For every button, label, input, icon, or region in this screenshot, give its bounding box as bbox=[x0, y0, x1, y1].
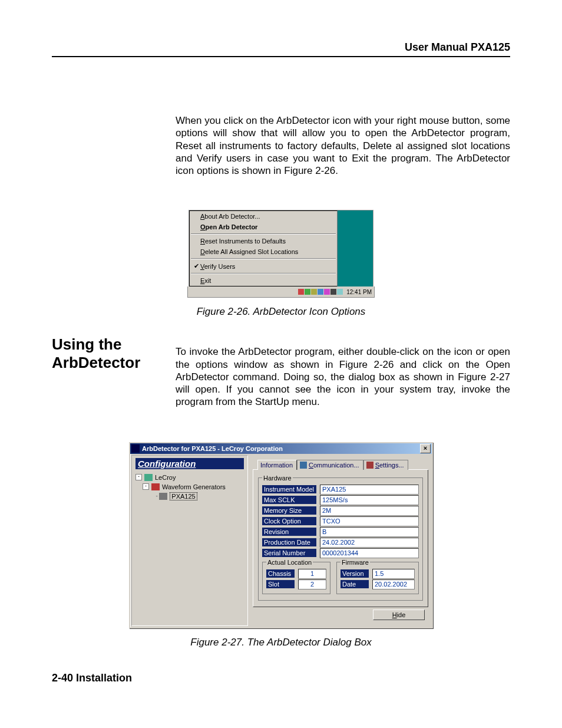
hide-button[interactable]: Hide bbox=[373, 610, 425, 620]
field-label: Serial Number bbox=[262, 549, 316, 557]
menu-item[interactable]: Exit bbox=[190, 275, 337, 286]
page-footer: 2-40 Installation bbox=[52, 672, 510, 684]
tab-communication[interactable]: Communication... bbox=[297, 460, 363, 470]
location-row: Chassis1 bbox=[266, 569, 326, 579]
arbdetector-dialog: ArbDetector for PXA125 - LeCroy Corporat… bbox=[129, 442, 433, 628]
header-rule bbox=[52, 56, 510, 57]
tree-label-group: Waveform Generators bbox=[162, 483, 226, 490]
device-icon bbox=[159, 493, 167, 500]
menu-item[interactable]: About Arb Detector... bbox=[190, 211, 337, 222]
field-label: Memory Size bbox=[262, 506, 316, 515]
field-value: 24.02.2002 bbox=[320, 538, 419, 548]
intro-paragraph: When you click on the ArbDetector icon w… bbox=[176, 114, 510, 177]
hardware-row: Production Date24.02.2002 bbox=[262, 538, 419, 548]
tab-label: Information bbox=[260, 462, 293, 469]
menu-item[interactable]: Reset Instruments to Defaults bbox=[190, 236, 337, 246]
settings-icon bbox=[366, 462, 373, 469]
menu-item-label: Reset Instruments to Defaults bbox=[200, 238, 286, 245]
menu-item-label: Verify Users bbox=[200, 263, 235, 270]
tab-bar: Information Communication... Settings... bbox=[253, 457, 428, 470]
menu-item-label: About Arb Detector... bbox=[200, 213, 260, 220]
tree-node-root[interactable]: - LeCroy bbox=[135, 473, 244, 482]
field-label: Version bbox=[340, 569, 369, 578]
field-label: Production Date bbox=[262, 538, 316, 546]
firmware-legend: Firmware bbox=[340, 559, 370, 566]
hardware-row: Instrument ModelPXA125 bbox=[262, 485, 419, 495]
hardware-row: Clock OptionTCXO bbox=[262, 516, 419, 526]
field-value: 0000201344 bbox=[320, 548, 419, 558]
location-legend: Actual Location bbox=[266, 559, 313, 566]
communication-icon bbox=[300, 462, 307, 469]
section-paragraph: To invoke the ArbDetector program, eithe… bbox=[176, 345, 510, 408]
tree-node-leaf[interactable]: ··· PXA125 bbox=[156, 492, 244, 501]
generator-icon bbox=[151, 483, 160, 490]
field-value: 1 bbox=[298, 569, 326, 579]
menu-item[interactable]: Delete All Assigned Slot Locations bbox=[190, 246, 337, 257]
figure-caption-2: Figure 2-27. The ArbDetector Dialog Box bbox=[52, 637, 510, 648]
field-value: TCXO bbox=[320, 516, 419, 526]
tab-settings[interactable]: Settings... bbox=[363, 460, 408, 470]
location-group: Actual Location Chassis1Slot2 bbox=[262, 559, 330, 594]
tab-label: Settings... bbox=[375, 462, 404, 469]
configuration-title: Configuration bbox=[135, 458, 244, 469]
field-label: Slot bbox=[266, 580, 295, 588]
page-header: User Manual PXA125 bbox=[52, 41, 510, 54]
menu-item-label: Open Arb Detector bbox=[200, 223, 257, 230]
system-tray: 12:41 PM bbox=[187, 286, 375, 298]
tree-collapse-icon[interactable]: - bbox=[143, 483, 149, 490]
tree-node-group[interactable]: - Waveform Generators bbox=[143, 482, 244, 492]
menu-item-label: Delete All Assigned Slot Locations bbox=[200, 248, 298, 255]
field-label: Revision bbox=[262, 528, 316, 536]
tray-icons bbox=[298, 289, 343, 295]
configuration-panel: Configuration - LeCroy - Waveform Genera… bbox=[131, 455, 248, 626]
tab-label: Communication... bbox=[309, 462, 359, 469]
firmware-row: Version1.5 bbox=[340, 569, 415, 579]
tree-label-leaf-selected: PXA125 bbox=[170, 492, 197, 500]
hardware-group: Hardware Instrument ModelPXA125Max SCLK1… bbox=[258, 475, 423, 601]
menu-item[interactable]: ✔Verify Users bbox=[190, 261, 337, 272]
hardware-row: Max SCLK125MS/s bbox=[262, 495, 419, 505]
field-label: Chassis bbox=[266, 569, 295, 578]
firmware-row: Date20.02.2002 bbox=[340, 579, 415, 589]
field-value: 2 bbox=[298, 579, 326, 589]
field-value: 125MS/s bbox=[320, 495, 419, 505]
menu-separator bbox=[191, 258, 336, 259]
hardware-legend: Hardware bbox=[262, 475, 293, 482]
firmware-group: Firmware Version1.5Date20.02.2002 bbox=[336, 559, 419, 594]
field-value: 2M bbox=[320, 506, 419, 516]
field-value: 1.5 bbox=[372, 569, 415, 579]
hardware-row: Memory Size2M bbox=[262, 506, 419, 516]
tree-label-root: LeCroy bbox=[155, 474, 176, 481]
context-menu: About Arb Detector...Open Arb DetectorRe… bbox=[189, 210, 373, 286]
tray-clock: 12:41 PM bbox=[346, 289, 372, 295]
location-row: Slot2 bbox=[266, 579, 326, 589]
menu-separator bbox=[191, 273, 336, 274]
taskbar-background bbox=[338, 210, 373, 286]
field-label: Max SCLK bbox=[262, 496, 316, 504]
field-value: 20.02.2002 bbox=[372, 579, 415, 589]
field-value: B bbox=[320, 527, 419, 537]
check-icon: ✔ bbox=[192, 262, 200, 270]
tree-connector: ··· bbox=[156, 493, 157, 499]
menu-item[interactable]: Open Arb Detector bbox=[190, 222, 337, 232]
field-label: Date bbox=[340, 580, 369, 588]
field-label: Instrument Model bbox=[262, 485, 316, 493]
hardware-row: RevisionB bbox=[262, 527, 419, 537]
figure-caption-1: Figure 2-26. ArbDetector Icon Options bbox=[52, 306, 510, 318]
app-icon bbox=[131, 444, 140, 453]
dialog-titlebar[interactable]: ArbDetector for PXA125 - LeCroy Corporat… bbox=[130, 443, 432, 454]
company-icon bbox=[144, 474, 153, 481]
menu-separator bbox=[191, 233, 336, 235]
field-value: PXA125 bbox=[320, 485, 419, 495]
hardware-row: Serial Number0000201344 bbox=[262, 548, 419, 558]
field-label: Clock Option bbox=[262, 517, 316, 525]
section-heading: Using the ArbDetector bbox=[52, 335, 158, 372]
tab-information[interactable]: Information bbox=[257, 460, 297, 470]
dialog-title-text: ArbDetector for PXA125 - LeCroy Corporat… bbox=[142, 445, 283, 452]
tree-collapse-icon[interactable]: - bbox=[135, 474, 142, 480]
close-button[interactable]: × bbox=[420, 444, 431, 453]
menu-item-label: Exit bbox=[200, 277, 211, 284]
